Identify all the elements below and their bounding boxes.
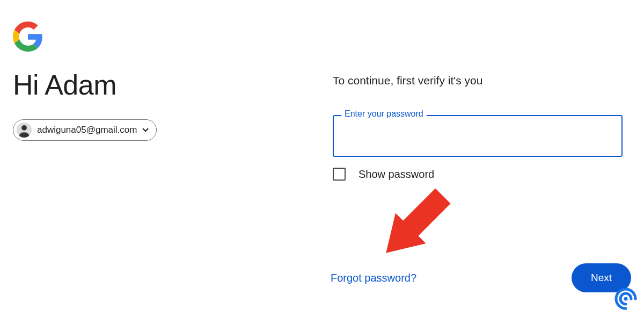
- svg-point-1: [21, 125, 27, 131]
- avatar-icon: [17, 123, 32, 138]
- chevron-down-icon: [142, 128, 149, 132]
- greeting-heading: Hi Adam: [13, 69, 311, 101]
- google-logo-icon: [13, 21, 311, 54]
- watermark-icon: [614, 287, 638, 313]
- show-password-label: Show password: [358, 168, 434, 181]
- forgot-password-link[interactable]: Forgot password?: [331, 272, 416, 284]
- svg-rect-2: [401, 189, 451, 238]
- password-label: Enter your password: [341, 109, 427, 119]
- svg-marker-3: [376, 213, 426, 268]
- svg-point-4: [624, 297, 628, 301]
- account-email-label: adwiguna05@gmail.com: [37, 125, 137, 135]
- password-field-container: Enter your password: [333, 115, 623, 157]
- account-selector-chip[interactable]: adwiguna05@gmail.com: [13, 119, 157, 141]
- instruction-text: To continue, first verify it's you: [333, 74, 631, 87]
- password-input[interactable]: [333, 115, 623, 157]
- show-password-checkbox[interactable]: [333, 168, 346, 181]
